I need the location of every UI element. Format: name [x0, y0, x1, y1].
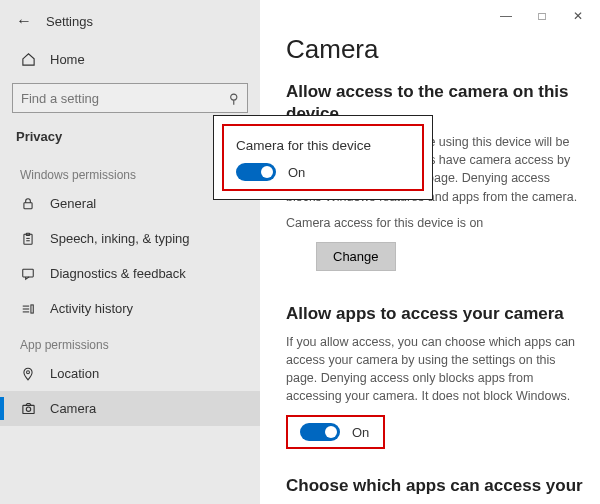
- device-camera-toggle-label: On: [288, 165, 305, 180]
- search-icon: ⚲: [229, 91, 239, 106]
- popup-title: Camera for this device: [236, 138, 410, 153]
- nav-home[interactable]: Home: [0, 42, 260, 77]
- close-button[interactable]: ✕: [560, 4, 596, 28]
- lock-icon: [20, 197, 36, 211]
- maximize-button[interactable]: □: [524, 4, 560, 28]
- nav-camera-label: Camera: [50, 401, 96, 416]
- nav-general-label: General: [50, 196, 96, 211]
- nav-location[interactable]: Location: [0, 356, 260, 391]
- nav-speech[interactable]: Speech, inking, & typing: [0, 221, 260, 256]
- nav-home-label: Home: [50, 52, 85, 67]
- back-icon[interactable]: ←: [16, 12, 32, 30]
- nav-speech-label: Speech, inking, & typing: [50, 231, 189, 246]
- page-title: Camera: [286, 34, 588, 65]
- window-controls: — □ ✕: [488, 4, 596, 28]
- section1-status: Camera access for this device is on: [286, 216, 588, 230]
- apps-camera-toggle[interactable]: [300, 423, 340, 441]
- main-content: — □ ✕ Camera Allow access to the camera …: [260, 0, 600, 504]
- nav-diagnostics-label: Diagnostics & feedback: [50, 266, 186, 281]
- sidebar: ← Settings Home ⚲ Privacy Windows permis…: [0, 0, 260, 504]
- clipboard-icon: [20, 232, 36, 246]
- apps-camera-toggle-label: On: [352, 425, 369, 440]
- activity-icon: [20, 302, 36, 316]
- device-camera-toggle[interactable]: [236, 163, 276, 181]
- highlight-box-toggle: On: [286, 415, 385, 449]
- section2-heading: Allow apps to access your camera: [286, 303, 588, 325]
- group-app-permissions: App permissions: [0, 326, 260, 356]
- nav-activity[interactable]: Activity history: [0, 291, 260, 326]
- section2-body: If you allow access, you can choose whic…: [286, 333, 588, 406]
- app-title: Settings: [46, 14, 93, 29]
- nav-activity-label: Activity history: [50, 301, 133, 316]
- camera-icon: [20, 401, 36, 416]
- search-input-container[interactable]: ⚲: [12, 83, 248, 113]
- home-icon: [20, 52, 36, 67]
- minimize-button[interactable]: —: [488, 4, 524, 28]
- nav-diagnostics[interactable]: Diagnostics & feedback: [0, 256, 260, 291]
- svg-rect-9: [31, 304, 33, 312]
- nav-location-label: Location: [50, 366, 99, 381]
- highlight-box-popup: Camera for this device On: [222, 124, 424, 191]
- section3-heading: Choose which apps can access your camera: [286, 475, 588, 504]
- device-camera-popup: Camera for this device On: [213, 115, 433, 200]
- feedback-icon: [20, 267, 36, 281]
- search-input[interactable]: [21, 91, 229, 106]
- svg-point-12: [26, 407, 30, 411]
- svg-point-10: [27, 370, 30, 373]
- svg-rect-0: [24, 202, 32, 208]
- change-button[interactable]: Change: [316, 242, 396, 271]
- nav-camera[interactable]: Camera: [0, 391, 260, 426]
- location-icon: [20, 367, 36, 381]
- svg-rect-5: [23, 269, 34, 277]
